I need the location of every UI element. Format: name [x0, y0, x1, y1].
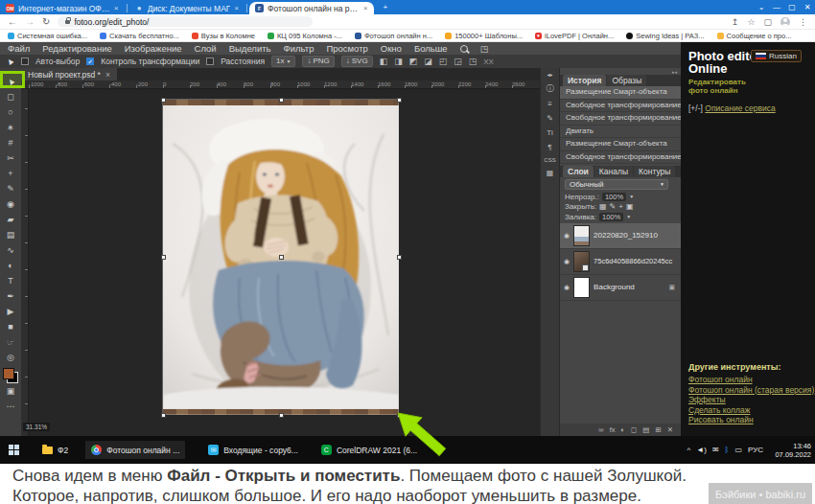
transform-handle-center[interactable]: [279, 255, 284, 260]
clock[interactable]: 13:46 07.09.2022: [769, 442, 811, 459]
tool-zoom[interactable]: ◎: [0, 350, 21, 365]
tray-mail-icon[interactable]: ✉: [712, 446, 719, 454]
link-layers-icon[interactable]: ∞: [598, 425, 603, 434]
volume-icon[interactable]: ◄): [696, 446, 707, 454]
tool-shape[interactable]: ■: [0, 319, 21, 334]
layer-mask-icon[interactable]: ◻: [631, 425, 637, 434]
back-icon[interactable]: ←: [8, 16, 17, 27]
window-chevron-icon[interactable]: ⌄: [754, 0, 769, 14]
menu-edit[interactable]: Редактирование: [42, 43, 111, 54]
document-tab[interactable]: Новый проект.psd * ×: [21, 68, 117, 80]
layer-row[interactable]: ◉ 75c6d4058866d20245cc: [560, 249, 681, 275]
tray-expand-icon[interactable]: ^: [687, 446, 691, 454]
export-png-button[interactable]: ↓PNG: [302, 56, 334, 67]
transform-handle-bottom-left[interactable]: [161, 413, 166, 418]
adjustment-layer-icon[interactable]: ◐: [621, 425, 626, 434]
taskbar-mail-app[interactable]: ✉ Входящие - сору6...: [208, 445, 298, 455]
blend-mode-dropdown[interactable]: Обычный ▼: [565, 179, 668, 190]
tool-eraser[interactable]: ▰: [0, 212, 21, 227]
document-close-icon[interactable]: ×: [105, 70, 110, 80]
tool-mask-mode[interactable]: ▣: [0, 383, 21, 399]
language-button[interactable]: Russian: [751, 50, 802, 62]
menu-select[interactable]: Выделить: [229, 43, 271, 54]
tool-dodge[interactable]: ◐: [0, 258, 21, 273]
distribute-icon[interactable]: ◪: [424, 57, 432, 66]
tool-marquee[interactable]: ◻: [0, 89, 21, 104]
auto-select-checkbox[interactable]: [21, 57, 29, 65]
layer-row-selected[interactable]: ◉ 20220820_152910: [560, 223, 681, 249]
menu-window[interactable]: Окно: [381, 43, 402, 54]
tool-type[interactable]: T: [0, 273, 21, 288]
transform-handle-top-center[interactable]: [279, 98, 284, 103]
bookmark-item[interactable]: Sewing Ideas | РАЗ...: [626, 32, 704, 40]
forward-icon[interactable]: →: [25, 16, 35, 27]
bookmark-item[interactable]: ♥iLovePDF | Онлайн...: [535, 32, 614, 40]
display-icon[interactable]: ▭: [734, 446, 742, 454]
tool-clone-stamp[interactable]: ◉: [0, 196, 21, 212]
tool-more[interactable]: ⋯: [0, 399, 21, 414]
taskbar-folder-app[interactable]: Ф2: [42, 446, 68, 455]
menu-layer[interactable]: Слой: [195, 43, 217, 54]
scale-dropdown[interactable]: 1x▼: [271, 56, 295, 67]
layer-row-background[interactable]: ◉ Background ▣: [560, 275, 681, 301]
collapse-right-icon[interactable]: ▸◂: [672, 69, 677, 75]
character-panel-icon[interactable]: Ti: [547, 128, 552, 137]
align-left-icon[interactable]: ◧: [380, 57, 388, 66]
history-item[interactable]: Двигать: [560, 126, 681, 139]
info-panel-icon[interactable]: ⓘ: [547, 83, 554, 94]
menu-more[interactable]: Больше: [414, 43, 448, 54]
paragraph-panel-icon[interactable]: ¶: [547, 143, 551, 151]
tab-layers[interactable]: Слои: [563, 166, 594, 177]
transform-handle-top-left[interactable]: [161, 98, 166, 103]
menu-view[interactable]: Просмотр: [326, 43, 367, 54]
browser-tab-1[interactable]: ОМ Интернет-магазин ОФИСМАГ ×: [0, 2, 125, 14]
menu-image[interactable]: Изображение: [125, 43, 182, 54]
history-item[interactable]: Свободное трансформирование: [560, 112, 681, 126]
lock-pixels-icon[interactable]: ✎: [610, 202, 617, 211]
window-restore-icon[interactable]: ▢: [784, 0, 800, 14]
tool-smudge[interactable]: ∿: [0, 242, 21, 258]
bookmark-item[interactable]: 150000+ Шаблоны...: [445, 32, 523, 40]
color-swatches[interactable]: [3, 368, 18, 383]
bookmark-item[interactable]: Фотошоп онлайн н...: [355, 32, 432, 40]
bookmark-item[interactable]: КЦ 095 Коломна -...: [268, 32, 342, 40]
tool-magic-wand[interactable]: ∗: [0, 120, 21, 135]
css-panel-icon[interactable]: CSS: [544, 157, 555, 163]
reload-icon[interactable]: ↻: [42, 16, 50, 27]
window-minimize-icon[interactable]: —: [769, 0, 784, 14]
bluetooth-icon[interactable]: ᛒ: [725, 446, 730, 454]
tool-slice[interactable]: ✂: [0, 150, 21, 166]
taskbar-chrome-app[interactable]: Фотошоп онлайн ...: [85, 441, 185, 459]
tool-gradient[interactable]: ▤: [0, 227, 21, 242]
browser-tab-active[interactable]: F Фотошоп онлайн на русском | ×: [249, 2, 374, 14]
transform-handle-bottom-center[interactable]: [279, 413, 284, 418]
history-item[interactable]: Размещение Смарт-объекта: [560, 138, 681, 151]
chevron-down-icon[interactable]: ▼: [626, 214, 631, 219]
visibility-eye-icon[interactable]: ◉: [564, 284, 570, 291]
tab-paths[interactable]: Контуры: [634, 166, 675, 177]
tab-snapshots[interactable]: Образы: [607, 75, 646, 86]
zoom-level-status[interactable]: 31.31%: [23, 423, 50, 431]
window-close-icon[interactable]: ✕: [800, 0, 815, 14]
tab-close-icon[interactable]: ×: [363, 4, 368, 12]
link-photoshop-old[interactable]: Фотошоп онлайн (старая версия): [688, 385, 814, 396]
fill-value[interactable]: 100%: [599, 213, 623, 221]
lock-transparency-icon[interactable]: ▦: [599, 202, 607, 211]
frame-icon-2[interactable]: ◲: [454, 57, 462, 66]
new-tab-button[interactable]: +: [378, 0, 393, 14]
foreground-color-swatch[interactable]: [3, 368, 14, 379]
transform-controls-checkbox[interactable]: ✓: [86, 57, 94, 65]
start-button[interactable]: [9, 445, 19, 455]
bookmark-item[interactable]: Вузы в Коломне: [192, 32, 255, 40]
layer-effects-icon[interactable]: fx: [610, 425, 616, 434]
link-draw-online[interactable]: Рисовать онлайн: [688, 415, 814, 425]
bookmark-item[interactable]: Сообщение о про...: [717, 32, 792, 40]
align-right-icon[interactable]: ◩: [409, 57, 418, 66]
bookmark-item[interactable]: Системная ошибка...: [8, 32, 87, 40]
history-item[interactable]: Свободное трансформирование: [560, 151, 681, 165]
transform-handle-mid-right[interactable]: [397, 255, 402, 260]
browser-menu-icon[interactable]: ⋮: [799, 17, 807, 27]
profile-avatar[interactable]: [780, 17, 790, 27]
tool-path-select[interactable]: ▶: [0, 304, 21, 319]
new-layer-icon[interactable]: ⊞: [655, 425, 661, 434]
